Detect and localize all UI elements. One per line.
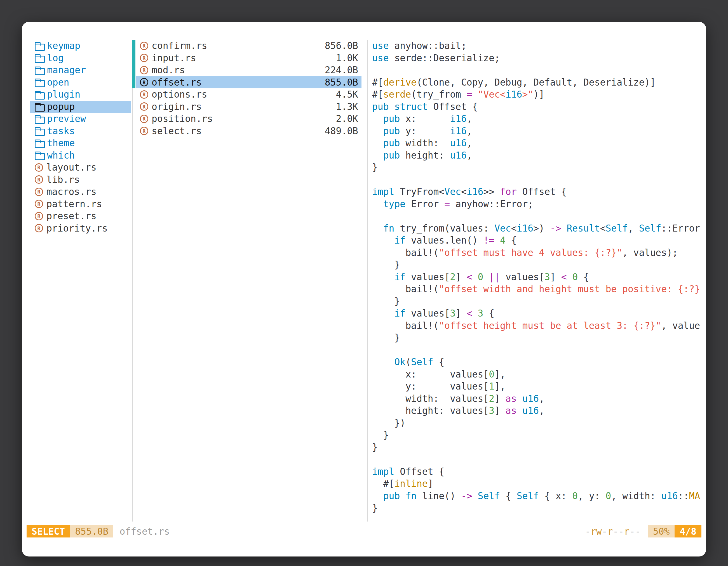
- code-line: fn try_from(values: Vec<i16>) -> Result<…: [372, 222, 706, 235]
- file-row-offset.rs[interactable]: Roffset.rs855.0B: [136, 76, 361, 89]
- code-token: values.len(): [405, 235, 483, 246]
- code-token: 3: [544, 272, 550, 283]
- file-row-pattern.rs[interactable]: Rpattern.rs: [30, 198, 131, 210]
- rust-file-icon: R: [140, 42, 148, 50]
- code-token: , width:: [611, 490, 661, 501]
- dir-row-log[interactable]: log: [30, 52, 131, 64]
- code-token: Error: [405, 199, 444, 210]
- code-token: [517, 393, 522, 404]
- code-token: }: [372, 296, 400, 307]
- code-token: [567, 272, 572, 283]
- dir-row-which[interactable]: which: [30, 149, 131, 162]
- file-size-badge: 855.0B: [70, 525, 113, 537]
- code-token: , y:: [578, 490, 605, 501]
- dir-row-popup[interactable]: popup: [30, 101, 131, 113]
- code-line: pub x: i16,: [372, 113, 706, 125]
- file-name: offset.rs: [152, 76, 321, 89]
- code-token: width: values[: [372, 393, 489, 404]
- dir-row-tasks[interactable]: tasks: [30, 125, 131, 137]
- code-token: pub: [372, 101, 389, 112]
- file-row-options.rs[interactable]: Roptions.rs4.5K: [136, 88, 361, 101]
- code-token: [483, 272, 489, 283]
- code-token: (try_from: [411, 89, 467, 100]
- code-token: , value: [661, 320, 700, 331]
- code-line: bail!("offset height must be at least 3:…: [372, 319, 706, 332]
- file-size: 856.0B: [325, 40, 358, 52]
- entry-label: manager: [47, 64, 86, 76]
- code-token: [372, 308, 394, 319]
- dir-row-plugin[interactable]: plugin: [30, 88, 131, 101]
- code-token: values[: [500, 272, 544, 283]
- folder-icon: [35, 127, 44, 135]
- dir-row-manager[interactable]: manager: [30, 64, 131, 76]
- file-row-preset.rs[interactable]: Rpreset.rs: [30, 210, 131, 222]
- selection-marker-bar: [132, 40, 135, 88]
- code-token: ,: [539, 405, 544, 416]
- entry-label: plugin: [47, 88, 80, 101]
- code-line: if values[3] < 3 {: [372, 307, 706, 319]
- code-token: , values);: [622, 247, 678, 258]
- file-row-lib.rs[interactable]: Rlib.rs: [30, 174, 131, 186]
- dir-row-theme[interactable]: theme: [30, 137, 131, 149]
- code-token: =: [444, 199, 450, 210]
- status-bar: SELECT 855.0B offset.rs -rw-r--r-- 50% 4…: [27, 525, 701, 537]
- code-token: i16: [450, 113, 467, 124]
- entry-label: which: [47, 149, 75, 162]
- rust-file-icon: R: [35, 188, 43, 196]
- code-token: }: [372, 162, 378, 173]
- file-row-input.rs[interactable]: Rinput.rs1.0K: [136, 52, 361, 64]
- file-row-origin.rs[interactable]: Rorigin.rs1.3K: [136, 101, 361, 113]
- code-token: ]: [494, 393, 506, 404]
- file-row-layout.rs[interactable]: Rlayout.rs: [30, 161, 131, 174]
- code-token: Self: [639, 223, 661, 234]
- status-right-group: -rw-r--r-- 50% 4/8: [585, 525, 701, 537]
- code-token: >": [522, 89, 533, 100]
- code-token: }: [372, 259, 400, 270]
- code-token: <: [561, 272, 567, 283]
- code-token: Self: [478, 490, 500, 501]
- file-row-macros.rs[interactable]: Rmacros.rs: [30, 186, 131, 198]
- rust-file-icon: R: [140, 54, 148, 62]
- file-size: 4.5K: [336, 88, 358, 101]
- permission-token: --: [630, 526, 641, 537]
- dir-row-keymap[interactable]: keymap: [30, 40, 131, 52]
- code-token: 4: [500, 235, 506, 246]
- file-name: options.rs: [152, 88, 333, 101]
- rust-file-icon: R: [140, 90, 148, 99]
- code-token: bail!(: [372, 320, 439, 331]
- entry-label: layout.rs: [46, 161, 97, 174]
- code-token: 3: [450, 308, 455, 319]
- code-token: [389, 101, 394, 112]
- code-token: ::Error: [661, 223, 700, 234]
- code-token: anyhow::Error;: [450, 199, 533, 210]
- permission-token: --: [613, 526, 624, 537]
- code-line: if values.len() != 4 {: [372, 234, 706, 247]
- code-token: #[: [372, 89, 383, 100]
- code-token: [372, 126, 383, 137]
- file-row-position.rs[interactable]: Rposition.rs2.0K: [136, 113, 361, 125]
- code-token: (Clone, Copy, Debug, Default, Deserializ…: [417, 77, 656, 88]
- folder-icon: [35, 79, 44, 86]
- code-line: [372, 453, 706, 466]
- code-token: "offset height must be at least 3: {:?}": [439, 320, 661, 331]
- code-token: pub: [383, 150, 400, 161]
- file-row-mod.rs[interactable]: Rmod.rs224.0B: [136, 64, 361, 76]
- code-token: line(): [417, 490, 461, 501]
- file-row-confirm.rs[interactable]: Rconfirm.rs856.0B: [136, 40, 361, 52]
- code-token: pub: [383, 138, 400, 149]
- code-token: derive: [383, 77, 417, 88]
- code-token: i16: [450, 126, 467, 137]
- dir-row-open[interactable]: open: [30, 76, 131, 89]
- code-token: i16: [467, 186, 483, 197]
- code-token: ::: [678, 490, 689, 501]
- file-row-select.rs[interactable]: Rselect.rs489.0B: [136, 125, 361, 137]
- code-token: fn: [383, 223, 394, 234]
- code-token: ,: [628, 223, 639, 234]
- code-line: pub y: i16,: [372, 125, 706, 137]
- file-size: 489.0B: [325, 125, 358, 137]
- dir-row-preview[interactable]: preview: [30, 113, 131, 125]
- code-line: use anyhow::bail;: [372, 40, 706, 52]
- code-token: >>: [483, 186, 500, 197]
- code-token: serde::Deserialize;: [389, 53, 500, 64]
- file-row-priority.rs[interactable]: Rpriority.rs: [30, 222, 131, 235]
